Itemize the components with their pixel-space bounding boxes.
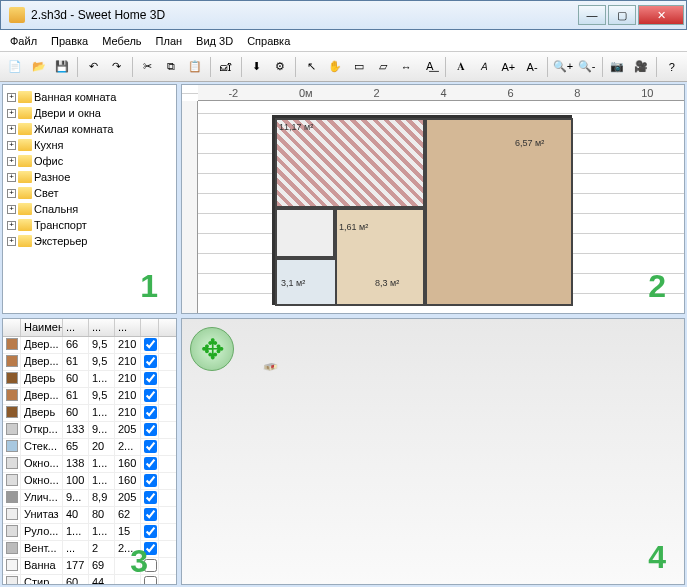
furniture-height: 210 [115,405,141,421]
expand-icon[interactable]: + [7,93,16,102]
expand-icon[interactable]: + [7,205,16,214]
open-icon[interactable]: 📂 [28,56,50,78]
menu-help[interactable]: Справка [241,33,296,49]
expand-icon[interactable]: + [7,109,16,118]
furniture-row[interactable]: Унитаз408062 [3,507,176,524]
visible-checkbox[interactable] [144,406,157,419]
furniture-row[interactable]: Стек...65202... [3,439,176,456]
italic-icon[interactable]: 𝘈 [474,56,496,78]
visible-checkbox[interactable] [144,440,157,453]
furniture-row[interactable]: Окно...1001...160 [3,473,176,490]
furniture-height: 210 [115,388,141,404]
catalog-item[interactable]: +Кухня [7,137,172,153]
visible-checkbox[interactable] [144,355,157,368]
furniture-row[interactable]: Улич...9...8,9205 [3,490,176,507]
menu-3dview[interactable]: Вид 3D [190,33,239,49]
maximize-button[interactable]: ▢ [608,5,636,25]
3dview-panel[interactable]: 4 [181,318,685,585]
catalog-item[interactable]: +Спальня [7,201,172,217]
zoom-in-icon[interactable]: 🔍+ [552,56,574,78]
font-increase-icon[interactable]: A+ [497,56,519,78]
photo-icon[interactable]: 📷 [606,56,628,78]
catalog-item[interactable]: +Разное [7,169,172,185]
bold-icon[interactable]: 𝐀 [450,56,472,78]
font-decrease-icon[interactable]: A- [521,56,543,78]
furniture-row[interactable]: Ванна17769 [3,558,176,575]
new-icon[interactable]: 📄 [4,56,26,78]
close-button[interactable]: ✕ [638,5,684,25]
nav-compass[interactable] [190,327,234,371]
catalog-item[interactable]: +Свет [7,185,172,201]
visible-checkbox[interactable] [144,457,157,470]
catalog-item[interactable]: +Транспорт [7,217,172,233]
room-icon[interactable]: ▱ [372,56,394,78]
visible-checkbox[interactable] [144,338,157,351]
menu-edit[interactable]: Правка [45,33,94,49]
plan-panel[interactable]: -20м246810 11,17 м² 1,61 м² 3,1 м² 6,57 … [181,84,685,314]
furniture-name: Руло... [21,524,63,540]
3d-scene[interactable] [262,359,664,564]
select-icon[interactable]: ↖ [300,56,322,78]
visible-checkbox[interactable] [144,389,157,402]
furniture-row[interactable]: Двер...619,5210 [3,388,176,405]
zoom-out-icon[interactable]: 🔍- [576,56,598,78]
copy-icon[interactable]: ⧉ [161,56,183,78]
expand-icon[interactable]: + [7,141,16,150]
expand-icon[interactable]: + [7,173,16,182]
furniture-row[interactable]: Дверь601...210 [3,405,176,422]
furniture-row[interactable]: Двер...669,5210 [3,337,176,354]
floorplan[interactable]: 11,17 м² 1,61 м² 3,1 м² 6,57 м² 8,3 м² [272,115,572,305]
wall-icon[interactable]: ▭ [348,56,370,78]
menu-plan[interactable]: План [150,33,189,49]
folder-icon [18,235,32,247]
minimize-button[interactable]: — [578,5,606,25]
furniture-header[interactable]: Наимен... ... ... ... [3,319,176,337]
visible-checkbox[interactable] [144,491,157,504]
furniture-row[interactable]: Откр...1339...205 [3,422,176,439]
dimension-icon[interactable]: ↔ [395,56,417,78]
furniture-row[interactable]: Вент......22... [3,541,176,558]
catalog-item[interactable]: +Ванная комната [7,89,172,105]
expand-icon[interactable]: + [7,157,16,166]
catalog-item[interactable]: +Двери и окна [7,105,172,121]
paste-icon[interactable]: 📋 [184,56,206,78]
furniture-row[interactable]: Руло...1...1...15 [3,524,176,541]
furniture-depth: 9,5 [89,337,115,353]
text-icon[interactable]: A͟ [419,56,441,78]
furniture-row[interactable]: Дверь601...210 [3,371,176,388]
visible-checkbox[interactable] [144,372,157,385]
folder-icon [18,171,32,183]
undo-icon[interactable]: ↶ [82,56,104,78]
catalog-item[interactable]: +Экстерьер [7,233,172,249]
furniture-name: Дверь [21,371,63,387]
redo-icon[interactable]: ↷ [106,56,128,78]
visible-checkbox[interactable] [144,508,157,521]
visible-checkbox[interactable] [144,474,157,487]
furniture-row[interactable]: Окно...1381...160 [3,456,176,473]
expand-icon[interactable]: + [7,221,16,230]
menu-furniture[interactable]: Мебель [96,33,147,49]
video-icon[interactable]: 🎥 [630,56,652,78]
catalog-item[interactable]: +Офис [7,153,172,169]
menu-file[interactable]: Файл [4,33,43,49]
add-furniture-icon[interactable]: 🛋 [215,56,237,78]
furniture-row[interactable]: Двер...619,5210 [3,354,176,371]
pan-icon[interactable]: ✋ [324,56,346,78]
settings-icon[interactable]: ⚙ [270,56,292,78]
visible-checkbox[interactable] [144,423,157,436]
catalog-item[interactable]: +Жилая комната [7,121,172,137]
expand-icon[interactable]: + [7,125,16,134]
expand-icon[interactable]: + [7,237,16,246]
furniture-name: Двер... [21,354,63,370]
cut-icon[interactable]: ✂ [137,56,159,78]
room-wc[interactable] [275,208,335,258]
import-icon[interactable]: ⬇ [246,56,268,78]
help-icon[interactable]: ? [661,56,683,78]
furniture-depth: 1... [89,473,115,489]
furniture-swatch [6,338,18,350]
furniture-row[interactable]: Стир...6044 [3,575,176,584]
expand-icon[interactable]: + [7,189,16,198]
save-icon[interactable]: 💾 [52,56,74,78]
room-living[interactable] [425,118,573,306]
visible-checkbox[interactable] [144,525,157,538]
